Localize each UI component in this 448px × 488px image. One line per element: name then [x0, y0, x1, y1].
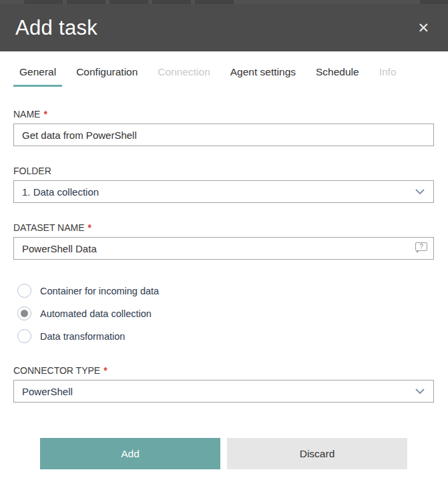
backdrop-tab [420, 0, 448, 4]
page-backdrop-strip [0, 0, 448, 4]
discard-button[interactable]: Discard [227, 438, 407, 469]
tab-bar: General Configuration Connection Agent s… [13, 63, 434, 87]
connector-type-dropdown[interactable]: PowerShell [13, 380, 434, 403]
connector-type-label: CONNECTOR TYPE * [13, 365, 434, 376]
tab-schedule[interactable]: Schedule [310, 63, 365, 87]
tab-configuration[interactable]: Configuration [70, 63, 144, 87]
backdrop-tab [67, 0, 105, 4]
tab-info: Info [373, 63, 403, 87]
folder-dropdown[interactable]: 1. Data collection [13, 180, 434, 203]
tab-general[interactable]: General [13, 63, 62, 87]
backdrop-tab [152, 0, 191, 4]
backdrop-tab [109, 0, 148, 4]
dialog-header: Add task ✕ [0, 4, 448, 51]
dataset-name-label-text: DATASET NAME [13, 222, 85, 233]
radio-label: Automated data collection [40, 308, 152, 319]
dataset-name-input[interactable] [13, 237, 434, 260]
folder-field-group: FOLDER 1. Data collection [13, 166, 434, 203]
folder-label: FOLDER [13, 166, 434, 176]
folder-label-text: FOLDER [13, 166, 51, 176]
name-field-group: NAME * [13, 109, 434, 146]
help-tooltip-icon[interactable]: ? [415, 242, 427, 251]
connector-type-field-group: CONNECTOR TYPE * PowerShell [13, 365, 434, 403]
required-marker: * [43, 109, 47, 119]
connector-type-dropdown-value: PowerShell [22, 386, 73, 397]
add-button[interactable]: Add [40, 438, 220, 469]
required-marker: * [88, 222, 91, 233]
radio-button-icon[interactable] [17, 284, 31, 298]
tab-agent-settings[interactable]: Agent settings [224, 63, 302, 87]
radio-container-for-incoming-data[interactable]: Container for incoming data [13, 284, 434, 298]
dataset-name-field-group: DATASET NAME * ? [13, 222, 434, 260]
dataset-name-label: DATASET NAME * [13, 222, 434, 233]
close-icon[interactable]: ✕ [413, 18, 433, 37]
dialog-footer: Add Discard [13, 438, 434, 469]
required-marker: * [103, 365, 107, 376]
tab-connection: Connection [152, 63, 216, 87]
radio-label: Container for incoming data [40, 286, 159, 296]
name-input[interactable] [13, 124, 434, 146]
radio-label: Data transformation [40, 331, 125, 342]
radio-button-icon[interactable] [17, 329, 31, 343]
task-type-radio-group: Container for incoming data Automated da… [13, 284, 434, 343]
dialog-title: Add task [15, 16, 413, 40]
radio-data-transformation[interactable]: Data transformation [13, 329, 434, 343]
connector-type-label-text: CONNECTOR TYPE [13, 365, 100, 376]
chevron-down-icon [415, 189, 425, 195]
backdrop-tab [24, 0, 63, 4]
chevron-down-icon [415, 389, 425, 395]
radio-automated-data-collection[interactable]: Automated data collection [13, 306, 434, 320]
name-label-text: NAME [13, 109, 40, 119]
name-label: NAME * [13, 109, 434, 119]
radio-button-selected-icon[interactable] [17, 306, 31, 320]
backdrop-tab [195, 0, 234, 4]
folder-dropdown-value: 1. Data collection [22, 186, 99, 198]
dialog-body: General Configuration Connection Agent s… [0, 51, 448, 469]
